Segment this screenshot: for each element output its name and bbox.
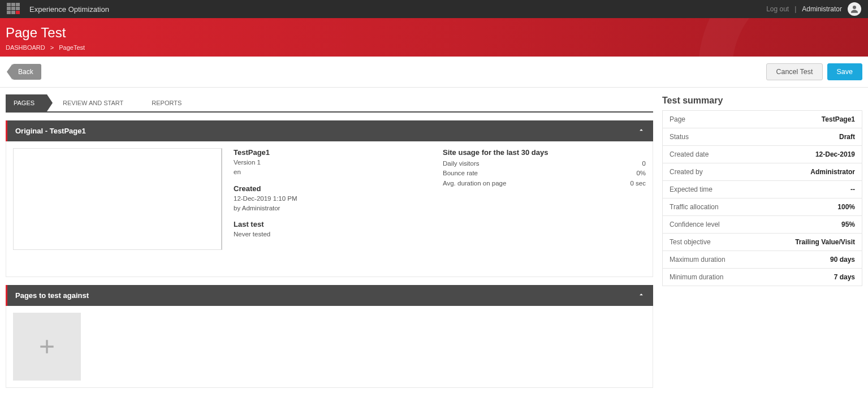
page-name: TestPage1 (234, 148, 431, 157)
breadcrumb-separator: > (50, 44, 54, 51)
topbar: Experience Optimization Log out | Admini… (0, 0, 868, 18)
action-row: Back Cancel Test Save (0, 57, 868, 88)
summary-row-created-by: Created by Administrator (663, 163, 862, 181)
summary-row-test-objective: Test objective Trailing Value/Visit (663, 234, 862, 251)
summary-label: Minimum duration (670, 273, 723, 281)
usage-value: 0% (636, 169, 646, 178)
summary-value: Trailing Value/Visit (795, 238, 855, 246)
save-button[interactable]: Save (827, 63, 863, 80)
collapse-toggle[interactable] (637, 291, 645, 300)
summary-row-expected-time: Expected time -- (663, 181, 862, 198)
summary-value: 12-Dec-2019 (815, 150, 855, 158)
summary-label: Maximum duration (670, 256, 726, 264)
summary-table: Page TestPage1 Status Draft Created date… (662, 110, 862, 286)
created-date: 12-Dec-2019 1:10 PM (234, 194, 431, 204)
usage-heading: Site usage for the last 30 days (443, 148, 646, 157)
user-icon (849, 4, 860, 14)
summary-row-confidence-level: Confidence level 95% (663, 216, 862, 234)
summary-value: Draft (839, 133, 855, 141)
summary-value: 100% (837, 203, 855, 211)
cancel-test-button[interactable]: Cancel Test (766, 63, 822, 80)
original-panel-body: TestPage1 Version 1 en Created 12-Dec-20… (6, 141, 653, 277)
tab-reports[interactable]: REPORTS (136, 94, 194, 111)
created-heading: Created (234, 184, 431, 193)
avatar[interactable] (848, 2, 861, 16)
tab-pages[interactable]: PAGES (6, 94, 47, 111)
summary-value: Administrator (810, 168, 855, 176)
test-against-panel-body (6, 306, 653, 388)
breadcrumb-current: PageTest (59, 44, 85, 51)
summary-label: Page (670, 115, 685, 123)
usage-value: 0 sec (631, 179, 646, 188)
summary-row-minimum-duration: Minimum duration 7 days (663, 269, 862, 286)
chevron-up-icon (637, 126, 645, 134)
summary-sidebar: Test summary Page TestPage1 Status Draft… (662, 94, 862, 286)
logout-link[interactable]: Log out (766, 5, 789, 13)
test-against-panel-title: Pages to test against (15, 291, 89, 300)
summary-label: Created by (670, 168, 703, 176)
summary-label: Created date (670, 150, 709, 158)
back-button[interactable]: Back (12, 64, 41, 80)
original-panel-header[interactable]: Original - TestPage1 (6, 120, 653, 141)
summary-value: TestPage1 (822, 115, 855, 123)
topbar-separator: | (794, 5, 796, 13)
summary-value: -- (850, 185, 855, 193)
svg-point-0 (853, 6, 856, 9)
add-page-tile[interactable] (13, 313, 81, 381)
summary-label: Traffic allocation (670, 203, 719, 211)
tabs: PAGES REVIEW AND START REPORTS (6, 94, 653, 113)
summary-value: 90 days (830, 256, 855, 264)
last-test-heading: Last test (234, 220, 431, 228)
usage-row: Avg. duration on page 0 sec (443, 179, 646, 188)
breadcrumb-root[interactable]: DASHBOARD (6, 44, 45, 51)
summary-row-status: Status Draft (663, 128, 862, 146)
usage-label: Bounce rate (443, 169, 478, 178)
main-column: PAGES REVIEW AND START REPORTS Original … (6, 94, 653, 388)
last-test-value: Never tested (234, 230, 431, 239)
app-logo[interactable] (7, 3, 23, 15)
version-label: Version 1 (234, 158, 431, 167)
summary-row-maximum-duration: Maximum duration 90 days (663, 251, 862, 269)
current-user-label[interactable]: Administrator (802, 5, 842, 13)
original-panel-title: Original - TestPage1 (15, 127, 86, 135)
app-title: Experience Optimization (29, 5, 109, 14)
usage-row: Daily visitors 0 (443, 159, 646, 169)
summary-label: Expected time (670, 185, 712, 193)
summary-row-created-date: Created date 12-Dec-2019 (663, 146, 862, 163)
language-label: en (234, 167, 431, 177)
summary-row-traffic-allocation: Traffic allocation 100% (663, 198, 862, 216)
summary-row-page: Page TestPage1 (663, 111, 862, 128)
usage-row: Bounce rate 0% (443, 169, 646, 178)
tab-review-and-start[interactable]: REVIEW AND START (47, 94, 136, 111)
page-thumbnail[interactable] (13, 148, 222, 250)
summary-label: Test objective (670, 238, 711, 246)
usage-value: 0 (642, 159, 646, 169)
usage-label: Avg. duration on page (443, 179, 506, 188)
usage-label: Daily visitors (443, 159, 480, 169)
collapse-toggle[interactable] (637, 126, 645, 136)
plus-icon (36, 335, 58, 358)
chevron-up-icon (637, 291, 645, 299)
page-banner: Page Test DASHBOARD > PageTest (0, 18, 868, 57)
summary-title: Test summary (662, 94, 862, 106)
summary-value: 7 days (834, 273, 855, 281)
page-title: Page Test (6, 25, 862, 41)
breadcrumb: DASHBOARD > PageTest (6, 44, 862, 51)
created-by: by Administrator (234, 204, 431, 213)
test-against-panel-header[interactable]: Pages to test against (6, 285, 653, 306)
summary-label: Confidence level (670, 221, 720, 228)
summary-value: 95% (841, 221, 855, 228)
summary-label: Status (670, 133, 689, 141)
